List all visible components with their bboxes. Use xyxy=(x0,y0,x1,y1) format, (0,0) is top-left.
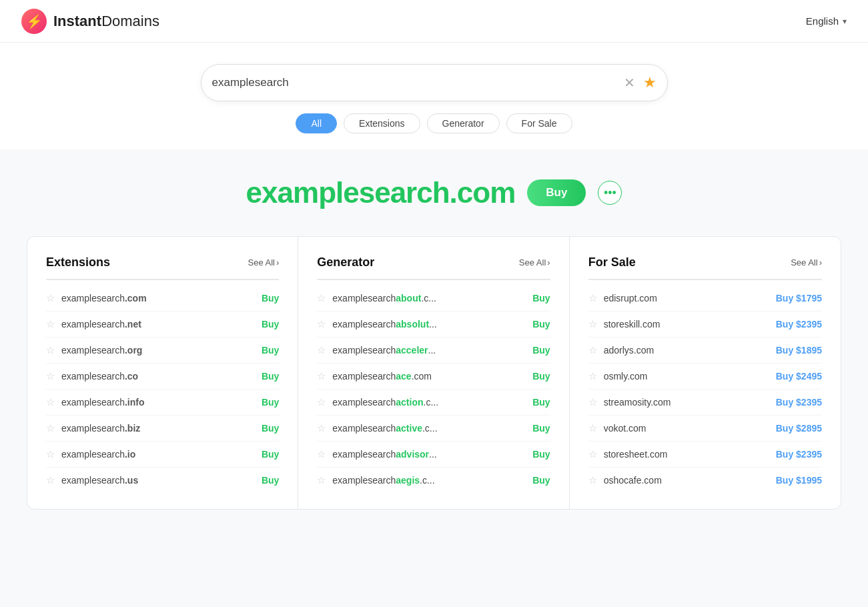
filter-all[interactable]: All xyxy=(296,113,337,133)
buy-link[interactable]: Buy xyxy=(532,397,550,408)
main-buy-button[interactable]: Buy xyxy=(527,179,586,206)
filter-extensions[interactable]: Extensions xyxy=(344,113,420,133)
domain-name: examplesearchadvisor... xyxy=(332,449,526,460)
buy-price-link[interactable]: Buy $2895 xyxy=(776,423,822,434)
language-label: English xyxy=(806,15,839,27)
buy-link[interactable]: Buy xyxy=(532,293,550,304)
star-icon[interactable]: ☆ xyxy=(588,370,597,382)
star-icon[interactable]: ☆ xyxy=(46,422,55,434)
star-icon[interactable]: ☆ xyxy=(46,318,55,330)
main-more-button[interactable]: ••• xyxy=(598,181,622,205)
domain-name: vokot.com xyxy=(604,423,769,434)
star-icon[interactable]: ☆ xyxy=(588,422,597,434)
buy-link[interactable]: Buy xyxy=(532,449,550,460)
results-grid: Extensions See All › ☆ examplesearch.com… xyxy=(27,237,841,509)
language-selector[interactable]: English ▾ xyxy=(806,15,847,27)
star-icon[interactable]: ☆ xyxy=(317,396,326,408)
star-icon[interactable]: ☆ xyxy=(588,396,597,408)
star-icon[interactable]: ☆ xyxy=(588,292,597,304)
buy-link[interactable]: Buy xyxy=(532,319,550,330)
star-icon[interactable]: ☆ xyxy=(317,422,326,434)
domain-name: adorlys.com xyxy=(604,345,769,356)
domain-name: examplesearchaegis.c... xyxy=(332,475,526,486)
header: ⚡ InstantDomains English ▾ xyxy=(0,0,868,43)
buy-price-link[interactable]: Buy $2395 xyxy=(776,319,822,330)
chevron-down-icon: ▾ xyxy=(843,17,847,26)
buy-link[interactable]: Buy xyxy=(262,397,279,408)
domain-name: examplesearch.us xyxy=(61,475,255,486)
star-icon[interactable]: ☆ xyxy=(588,474,597,486)
buy-link[interactable]: Buy xyxy=(262,345,279,356)
buy-link[interactable]: Buy xyxy=(532,423,550,434)
list-item: ☆ examplesearchacceler... Buy xyxy=(317,338,550,364)
extensions-see-all[interactable]: See All › xyxy=(248,257,280,267)
list-item: ☆ vokot.com Buy $2895 xyxy=(588,416,822,442)
logo-icon: ⚡ xyxy=(21,9,47,34)
buy-link[interactable]: Buy xyxy=(262,449,279,460)
generator-header: Generator See All › xyxy=(317,255,550,280)
buy-link[interactable]: Buy xyxy=(532,371,550,382)
search-bar: ✕ ★ xyxy=(201,64,668,101)
star-icon[interactable]: ☆ xyxy=(317,318,326,330)
for-sale-title: For Sale xyxy=(588,255,636,269)
buy-link[interactable]: Buy xyxy=(262,293,279,304)
generator-column: Generator See All › ☆ examplesearchabout… xyxy=(298,237,569,509)
clear-icon[interactable]: ✕ xyxy=(624,76,635,89)
star-icon[interactable]: ☆ xyxy=(317,344,326,356)
buy-price-link[interactable]: Buy $2395 xyxy=(776,397,822,408)
search-input[interactable] xyxy=(212,76,624,89)
buy-price-link[interactable]: Buy $2495 xyxy=(776,371,822,382)
domain-name: examplesearch.info xyxy=(61,397,255,408)
list-item: ☆ examplesearch.com Buy xyxy=(46,285,279,312)
list-item: ☆ examplesearch.net Buy xyxy=(46,312,279,338)
buy-price-link[interactable]: Buy $1995 xyxy=(776,475,822,486)
star-icon[interactable]: ☆ xyxy=(317,370,326,382)
star-icon[interactable]: ☆ xyxy=(46,396,55,408)
star-icon[interactable]: ☆ xyxy=(588,344,597,356)
main-domain-area: examplesearch.com Buy ••• xyxy=(0,149,868,223)
domain-name: examplesearch.org xyxy=(61,345,255,356)
star-icon[interactable]: ☆ xyxy=(46,448,55,460)
for-sale-header: For Sale See All › xyxy=(588,255,822,280)
star-icon[interactable]: ☆ xyxy=(46,344,55,356)
domain-name: examplesearch.co xyxy=(61,371,255,382)
logo-instant: Instant xyxy=(53,13,101,29)
domain-name: examplesearchace.com xyxy=(332,371,526,382)
list-item: ☆ adorlys.com Buy $1895 xyxy=(588,338,822,364)
buy-price-link[interactable]: Buy $1895 xyxy=(776,345,822,356)
star-icon[interactable]: ☆ xyxy=(588,318,597,330)
buy-link[interactable]: Buy xyxy=(532,345,550,356)
logo-text: InstantDomains xyxy=(53,13,159,30)
star-icon[interactable]: ☆ xyxy=(46,474,55,486)
generator-see-all[interactable]: See All › xyxy=(519,257,550,267)
list-item: ☆ edisrupt.com Buy $1795 xyxy=(588,285,822,312)
domain-name: examplesearchabsolut... xyxy=(332,319,526,330)
domain-name: examplesearch.com xyxy=(61,293,255,304)
list-item: ☆ examplesearch.info Buy xyxy=(46,390,279,416)
domain-name: examplesearchacceler... xyxy=(332,345,526,356)
favorite-icon[interactable]: ★ xyxy=(643,74,657,91)
list-item: ☆ examplesearchactive.c... Buy xyxy=(317,416,550,442)
star-icon[interactable]: ☆ xyxy=(588,448,597,460)
list-item: ☆ examplesearchaegis.c... Buy xyxy=(317,468,550,493)
domain-name: oshocafe.com xyxy=(604,475,769,486)
for-sale-see-all[interactable]: See All › xyxy=(791,257,822,267)
filter-generator[interactable]: Generator xyxy=(427,113,500,133)
buy-link[interactable]: Buy xyxy=(262,371,279,382)
buy-price-link[interactable]: Buy $2395 xyxy=(776,449,822,460)
filter-for-sale[interactable]: For Sale xyxy=(506,113,572,133)
star-icon[interactable]: ☆ xyxy=(317,474,326,486)
buy-link[interactable]: Buy xyxy=(532,475,550,486)
buy-link[interactable]: Buy xyxy=(262,423,279,434)
buy-price-link[interactable]: Buy $1795 xyxy=(776,293,822,304)
star-icon[interactable]: ☆ xyxy=(46,292,55,304)
buy-link[interactable]: Buy xyxy=(262,319,279,330)
star-icon[interactable]: ☆ xyxy=(46,370,55,382)
star-icon[interactable]: ☆ xyxy=(317,292,326,304)
list-item: ☆ storesheet.com Buy $2395 xyxy=(588,442,822,468)
star-icon[interactable]: ☆ xyxy=(317,448,326,460)
extensions-header: Extensions See All › xyxy=(46,255,279,280)
list-item: ☆ osmly.com Buy $2495 xyxy=(588,364,822,390)
logo: ⚡ InstantDomains xyxy=(21,9,159,34)
buy-link[interactable]: Buy xyxy=(262,475,279,486)
